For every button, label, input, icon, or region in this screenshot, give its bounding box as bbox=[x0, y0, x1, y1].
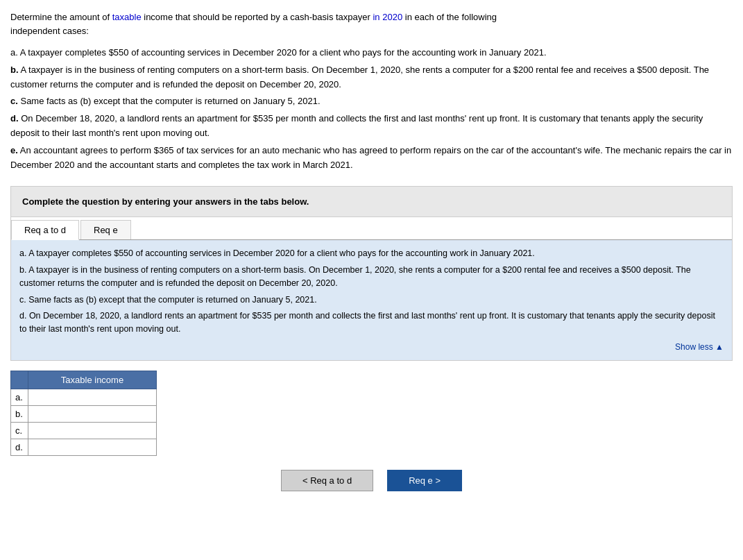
table-row-c: c. bbox=[11, 423, 157, 439]
prev-button[interactable]: < Req a to d bbox=[281, 470, 373, 491]
table-row-d: d. bbox=[11, 439, 157, 456]
case-d-text-mid: and collects the first and last months' … bbox=[316, 113, 672, 124]
case-a-text: a. A taxpayer completes $550 of accounti… bbox=[10, 47, 547, 58]
input-cell-c[interactable] bbox=[28, 423, 157, 439]
table-row-b: b. bbox=[11, 406, 157, 423]
input-cell-a[interactable] bbox=[28, 389, 157, 406]
intro-text-2: income that should be reported by a cash… bbox=[142, 12, 373, 22]
tab-line-b: b. A taxpayer is in the business of rent… bbox=[19, 264, 724, 291]
tab-req-a-to-d[interactable]: Req a to d bbox=[11, 220, 79, 240]
answer-table: Taxable income a. b. c. bbox=[10, 371, 157, 456]
intro-text-start: Determine the amount of bbox=[10, 12, 112, 22]
case-d-highlight1: $535 per month bbox=[253, 113, 316, 124]
case-b: b. A taxpayer is in the business of rent… bbox=[10, 63, 733, 92]
tab-line-a: a. A taxpayer completes $550 of accounti… bbox=[19, 247, 724, 260]
case-c: c. Same facts as (b) except that the com… bbox=[10, 94, 733, 109]
table-row-a: a. bbox=[11, 389, 157, 406]
table-empty-header bbox=[11, 371, 28, 389]
case-e: e. An accountant agrees to perform $365 … bbox=[10, 144, 733, 173]
tab-line-d: d. On December 18, 2020, a landlord rent… bbox=[19, 309, 724, 337]
row-label-a: a. bbox=[11, 389, 28, 406]
case-e-text-mid: and bbox=[75, 160, 95, 170]
table-section: Taxable income a. b. c. bbox=[10, 371, 733, 456]
input-a[interactable] bbox=[33, 392, 152, 402]
row-label-d: d. bbox=[11, 439, 28, 456]
tabs-container: Req a to d Req e a. A taxpayer completes… bbox=[10, 217, 733, 361]
case-c-bold: c. bbox=[10, 96, 18, 106]
input-d[interactable] bbox=[33, 442, 152, 452]
table-taxable-income-header: Taxable income bbox=[28, 371, 157, 389]
intro-year: in 2020 bbox=[373, 12, 402, 22]
case-d-bold: d. bbox=[10, 113, 19, 124]
input-cell-d[interactable] bbox=[28, 439, 157, 456]
case-c-text: Same facts as (b) except that the comput… bbox=[18, 96, 321, 106]
show-less-text: Show less ▲ bbox=[675, 342, 724, 352]
case-d-text-start: On December 18, 2020, a landlord rents a… bbox=[19, 113, 253, 124]
row-label-b: b. bbox=[11, 406, 28, 423]
input-b[interactable] bbox=[33, 409, 152, 419]
intro-taxable: taxable bbox=[112, 12, 142, 22]
input-cell-b[interactable] bbox=[28, 406, 157, 423]
input-c[interactable] bbox=[33, 425, 152, 436]
case-e-text-start: An accountant agrees to perform $365 of … bbox=[18, 145, 605, 155]
bottom-nav: < Req a to d Req e > bbox=[10, 470, 733, 491]
show-less-button[interactable]: Show less ▲ bbox=[19, 341, 724, 354]
case-a: a. A taxpayer completes $550 of accounti… bbox=[10, 46, 733, 60]
case-b-bold: b. bbox=[10, 65, 19, 75]
intro-paragraph: Determine the amount of taxable income t… bbox=[10, 10, 733, 37]
case-e-bold: e. bbox=[10, 145, 18, 155]
tab-req-e[interactable]: Req e bbox=[80, 220, 131, 239]
case-d: d. On December 18, 2020, a landlord rent… bbox=[10, 112, 733, 141]
complete-box-text: Complete the question by entering your a… bbox=[22, 196, 721, 207]
complete-box: Complete the question by entering your a… bbox=[10, 186, 733, 217]
cases-list: a. A taxpayer completes $550 of accounti… bbox=[10, 46, 733, 172]
tab-content-req-a-to-d: a. A taxpayer completes $550 of accounti… bbox=[11, 240, 732, 360]
case-e-highlight2: the accountant starts and completes the … bbox=[94, 160, 352, 170]
case-b-text: A taxpayer is in the business of renting… bbox=[10, 65, 709, 90]
tab-bar: Req a to d Req e bbox=[11, 217, 732, 240]
tab-line-c: c. Same facts as (b) except that the com… bbox=[19, 294, 724, 307]
next-button[interactable]: Req e > bbox=[387, 470, 462, 491]
row-label-c: c. bbox=[11, 423, 28, 439]
